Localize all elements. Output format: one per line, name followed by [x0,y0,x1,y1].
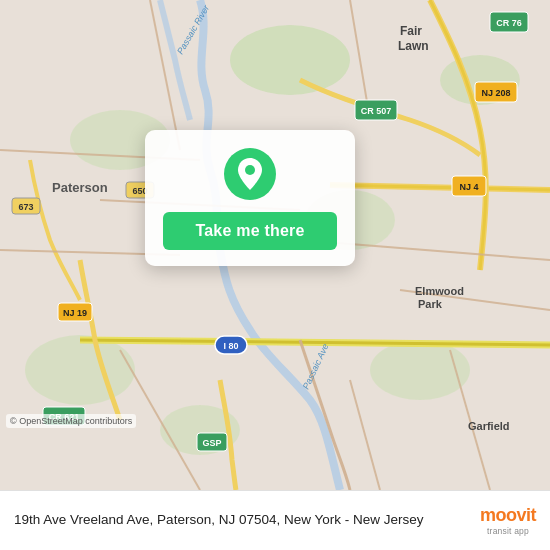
svg-point-5 [25,335,135,405]
svg-text:NJ 208: NJ 208 [481,88,510,98]
svg-point-51 [245,165,255,175]
moovit-logo: moovit transit app [480,505,536,536]
svg-text:Fair: Fair [400,24,422,38]
svg-text:I 80: I 80 [223,341,238,351]
svg-text:673: 673 [18,202,33,212]
osm-credit: © OpenStreetMap contributors [6,414,136,428]
svg-text:CR 76: CR 76 [496,18,522,28]
svg-text:Lawn: Lawn [398,39,429,53]
address-text: 19th Ave Vreeland Ave, Paterson, NJ 0750… [14,511,470,529]
svg-point-1 [230,25,350,95]
map-container: CR 76 CR 507 NJ 208 NJ 4 I 80 NJ 19 CR 6… [0,0,550,490]
svg-text:Paterson: Paterson [52,180,108,195]
svg-text:GSP: GSP [202,438,221,448]
svg-text:Elmwood: Elmwood [415,285,464,297]
svg-text:NJ 4: NJ 4 [459,182,478,192]
moovit-logo-text: moovit [480,505,536,526]
bottom-bar: 19th Ave Vreeland Ave, Paterson, NJ 0750… [0,490,550,550]
svg-text:CR 507: CR 507 [361,106,392,116]
moovit-tagline: transit app [487,526,529,536]
svg-text:Garfield: Garfield [468,420,510,432]
location-pin-icon [224,148,276,200]
take-me-there-button[interactable]: Take me there [163,212,337,250]
overlay-card: Take me there [145,130,355,266]
svg-text:NJ 19: NJ 19 [63,308,87,318]
svg-text:Park: Park [418,298,443,310]
